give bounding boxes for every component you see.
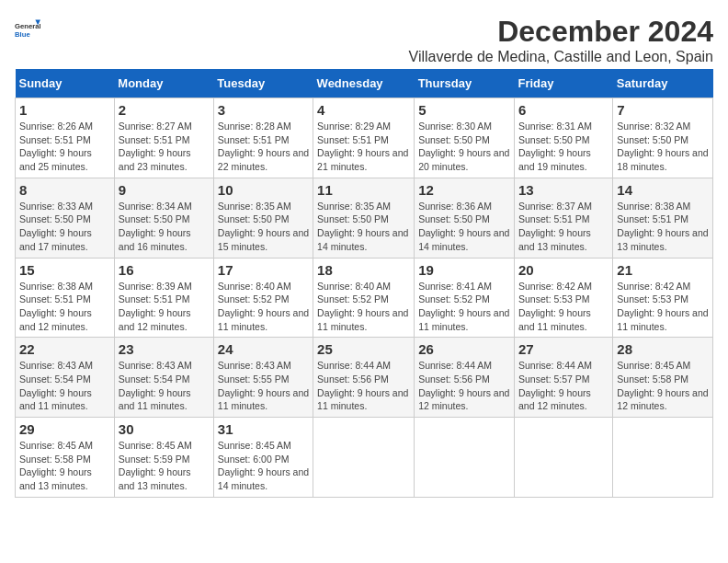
day-detail: Sunrise: 8:43 AM Sunset: 5:54 PM Dayligh… — [119, 360, 192, 411]
calendar-week-row: 22Sunrise: 8:43 AM Sunset: 5:54 PM Dayli… — [16, 338, 713, 418]
column-header-sunday: Sunday — [16, 69, 115, 98]
calendar-cell: 8Sunrise: 8:33 AM Sunset: 5:50 PM Daylig… — [16, 178, 115, 258]
page-header: General Blue December 2024 Villaverde de… — [15, 15, 713, 65]
day-detail: Sunrise: 8:37 AM Sunset: 5:51 PM Dayligh… — [518, 201, 592, 252]
day-detail: Sunrise: 8:42 AM Sunset: 5:53 PM Dayligh… — [617, 281, 708, 332]
calendar-cell: 15Sunrise: 8:38 AM Sunset: 5:51 PM Dayli… — [16, 258, 115, 338]
day-detail: Sunrise: 8:43 AM Sunset: 5:54 PM Dayligh… — [19, 360, 93, 411]
calendar-cell: 14Sunrise: 8:38 AM Sunset: 5:51 PM Dayli… — [613, 178, 713, 258]
calendar-cell: 19Sunrise: 8:41 AM Sunset: 5:52 PM Dayli… — [415, 258, 515, 338]
day-detail: Sunrise: 8:39 AM Sunset: 5:51 PM Dayligh… — [119, 281, 192, 332]
calendar-cell: 21Sunrise: 8:42 AM Sunset: 5:53 PM Dayli… — [613, 258, 713, 338]
main-title: December 2024 — [409, 15, 713, 49]
day-detail: Sunrise: 8:36 AM Sunset: 5:50 PM Dayligh… — [418, 201, 509, 252]
day-number: 23 — [119, 341, 210, 357]
calendar-header-row: SundayMondayTuesdayWednesdayThursdayFrid… — [16, 69, 713, 98]
day-detail: Sunrise: 8:44 AM Sunset: 5:56 PM Dayligh… — [418, 360, 509, 411]
day-number: 6 — [518, 102, 609, 118]
calendar-cell: 11Sunrise: 8:35 AM Sunset: 5:50 PM Dayli… — [313, 178, 415, 258]
calendar-cell — [313, 418, 415, 498]
calendar-cell: 23Sunrise: 8:43 AM Sunset: 5:54 PM Dayli… — [114, 338, 213, 418]
day-number: 4 — [317, 102, 410, 118]
subtitle: Villaverde de Medina, Castille and Leon,… — [409, 49, 713, 65]
day-detail: Sunrise: 8:42 AM Sunset: 5:53 PM Dayligh… — [518, 281, 592, 332]
day-number: 12 — [418, 182, 510, 198]
day-number: 2 — [119, 102, 210, 118]
day-detail: Sunrise: 8:35 AM Sunset: 5:50 PM Dayligh… — [317, 201, 408, 252]
calendar-cell: 1Sunrise: 8:26 AM Sunset: 5:51 PM Daylig… — [16, 98, 115, 178]
calendar-cell: 4Sunrise: 8:29 AM Sunset: 5:51 PM Daylig… — [313, 98, 415, 178]
day-detail: Sunrise: 8:32 AM Sunset: 5:50 PM Dayligh… — [617, 121, 708, 172]
logo-icon: General Blue — [15, 15, 40, 40]
svg-text:Blue: Blue — [15, 30, 30, 39]
day-number: 13 — [518, 182, 609, 198]
column-header-wednesday: Wednesday — [313, 69, 415, 98]
day-number: 19 — [418, 262, 510, 278]
day-detail: Sunrise: 8:45 AM Sunset: 5:58 PM Dayligh… — [617, 360, 708, 411]
calendar-cell: 30Sunrise: 8:45 AM Sunset: 5:59 PM Dayli… — [114, 418, 213, 498]
day-detail: Sunrise: 8:29 AM Sunset: 5:51 PM Dayligh… — [317, 121, 408, 172]
day-number: 29 — [19, 421, 110, 437]
day-number: 26 — [418, 341, 510, 357]
day-detail: Sunrise: 8:30 AM Sunset: 5:50 PM Dayligh… — [418, 121, 509, 172]
calendar-cell: 7Sunrise: 8:32 AM Sunset: 5:50 PM Daylig… — [613, 98, 713, 178]
day-detail: Sunrise: 8:45 AM Sunset: 5:59 PM Dayligh… — [119, 440, 192, 491]
day-detail: Sunrise: 8:27 AM Sunset: 5:51 PM Dayligh… — [119, 121, 192, 172]
calendar-cell: 6Sunrise: 8:31 AM Sunset: 5:50 PM Daylig… — [514, 98, 612, 178]
calendar-cell: 10Sunrise: 8:35 AM Sunset: 5:50 PM Dayli… — [213, 178, 313, 258]
day-detail: Sunrise: 8:40 AM Sunset: 5:52 PM Dayligh… — [218, 281, 309, 332]
calendar-cell — [514, 418, 612, 498]
column-header-thursday: Thursday — [415, 69, 515, 98]
day-detail: Sunrise: 8:44 AM Sunset: 5:56 PM Dayligh… — [317, 360, 408, 411]
calendar-table: SundayMondayTuesdayWednesdayThursdayFrid… — [15, 69, 713, 498]
day-number: 11 — [317, 182, 410, 198]
calendar-cell: 2Sunrise: 8:27 AM Sunset: 5:51 PM Daylig… — [114, 98, 213, 178]
calendar-cell — [415, 418, 515, 498]
day-number: 16 — [119, 262, 210, 278]
calendar-cell: 17Sunrise: 8:40 AM Sunset: 5:52 PM Dayli… — [213, 258, 313, 338]
calendar-cell: 22Sunrise: 8:43 AM Sunset: 5:54 PM Dayli… — [16, 338, 115, 418]
calendar-cell: 25Sunrise: 8:44 AM Sunset: 5:56 PM Dayli… — [313, 338, 415, 418]
calendar-cell: 5Sunrise: 8:30 AM Sunset: 5:50 PM Daylig… — [415, 98, 515, 178]
calendar-week-row: 15Sunrise: 8:38 AM Sunset: 5:51 PM Dayli… — [16, 258, 713, 338]
day-number: 9 — [119, 182, 210, 198]
calendar-cell: 16Sunrise: 8:39 AM Sunset: 5:51 PM Dayli… — [114, 258, 213, 338]
day-number: 1 — [19, 102, 110, 118]
day-number: 24 — [218, 341, 309, 357]
day-detail: Sunrise: 8:44 AM Sunset: 5:57 PM Dayligh… — [518, 360, 592, 411]
day-number: 7 — [617, 102, 709, 118]
calendar-cell: 9Sunrise: 8:34 AM Sunset: 5:50 PM Daylig… — [114, 178, 213, 258]
calendar-cell: 27Sunrise: 8:44 AM Sunset: 5:57 PM Dayli… — [514, 338, 612, 418]
calendar-cell: 28Sunrise: 8:45 AM Sunset: 5:58 PM Dayli… — [613, 338, 713, 418]
day-detail: Sunrise: 8:26 AM Sunset: 5:51 PM Dayligh… — [19, 121, 93, 172]
day-number: 5 — [418, 102, 510, 118]
day-number: 17 — [218, 262, 309, 278]
calendar-cell: 29Sunrise: 8:45 AM Sunset: 5:58 PM Dayli… — [16, 418, 115, 498]
day-number: 3 — [218, 102, 309, 118]
day-detail: Sunrise: 8:34 AM Sunset: 5:50 PM Dayligh… — [119, 201, 192, 252]
svg-text:General: General — [15, 22, 40, 30]
day-number: 31 — [218, 421, 309, 437]
day-detail: Sunrise: 8:38 AM Sunset: 5:51 PM Dayligh… — [19, 281, 93, 332]
calendar-cell: 31Sunrise: 8:45 AM Sunset: 6:00 PM Dayli… — [213, 418, 313, 498]
day-number: 18 — [317, 262, 410, 278]
column-header-tuesday: Tuesday — [213, 69, 313, 98]
calendar-cell: 20Sunrise: 8:42 AM Sunset: 5:53 PM Dayli… — [514, 258, 612, 338]
calendar-cell: 12Sunrise: 8:36 AM Sunset: 5:50 PM Dayli… — [415, 178, 515, 258]
logo: General Blue — [15, 15, 40, 40]
day-number: 22 — [19, 341, 110, 357]
calendar-cell: 24Sunrise: 8:43 AM Sunset: 5:55 PM Dayli… — [213, 338, 313, 418]
day-number: 28 — [617, 341, 709, 357]
day-number: 21 — [617, 262, 709, 278]
day-number: 10 — [218, 182, 309, 198]
column-header-friday: Friday — [514, 69, 612, 98]
column-header-monday: Monday — [114, 69, 213, 98]
day-detail: Sunrise: 8:40 AM Sunset: 5:52 PM Dayligh… — [317, 281, 408, 332]
day-number: 14 — [617, 182, 709, 198]
day-detail: Sunrise: 8:33 AM Sunset: 5:50 PM Dayligh… — [19, 201, 93, 252]
day-detail: Sunrise: 8:45 AM Sunset: 5:58 PM Dayligh… — [19, 440, 93, 491]
day-number: 15 — [19, 262, 110, 278]
calendar-cell: 26Sunrise: 8:44 AM Sunset: 5:56 PM Dayli… — [415, 338, 515, 418]
day-number: 8 — [19, 182, 110, 198]
day-number: 20 — [518, 262, 609, 278]
